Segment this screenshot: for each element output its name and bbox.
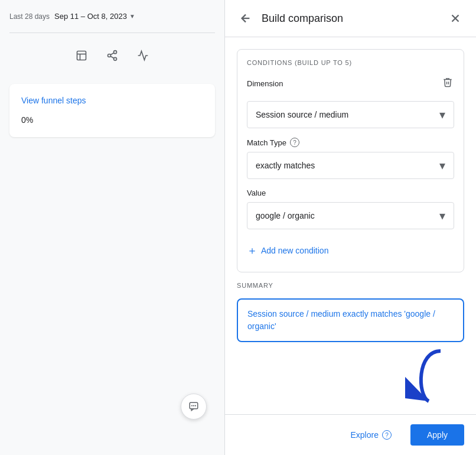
svg-line-7	[110, 53, 114, 54]
summary-section: SUMMARY Session source / medium exactly …	[237, 282, 464, 342]
svg-point-4	[108, 54, 111, 57]
svg-point-5	[114, 57, 117, 60]
summary-label: SUMMARY	[237, 282, 464, 289]
date-bar: Last 28 days Sep 11 – Oct 8, 2023 ▼	[9, 12, 215, 21]
match-type-dropdown[interactable]: exactly matches ▾	[247, 152, 454, 179]
big-arrow-icon	[405, 348, 452, 407]
value-dropdown-arrow-icon: ▾	[439, 209, 445, 223]
match-type-help-icon[interactable]: ?	[290, 138, 299, 147]
view-funnel-link[interactable]: View funnel steps	[21, 96, 203, 105]
dimension-row: Dimension	[247, 76, 454, 92]
value-group: Value google / organic ▾	[247, 188, 454, 229]
match-type-group: Match Type ? exactly matches ▾	[247, 138, 454, 179]
summary-text: Session source / medium exactly matches …	[247, 309, 435, 331]
dropdown-arrow-icon: ▾	[439, 108, 445, 122]
date-label: Last 28 days	[9, 12, 50, 21]
left-panel: Last 28 days Sep 11 – Oct 8, 2023 ▼	[0, 0, 224, 455]
conditions-label: CONDITIONS (BUILD UP TO 5)	[247, 59, 454, 66]
funnel-card: View funnel steps 0%	[9, 84, 215, 137]
panel-footer: Explore ? Apply	[225, 414, 476, 455]
build-comparison-panel: Build comparison CONDITIONS (BUILD UP TO…	[224, 0, 476, 455]
chart-icon-button[interactable]	[71, 45, 92, 66]
match-type-label-row: Match Type ?	[247, 138, 454, 147]
date-range-selector[interactable]: Sep 11 – Oct 8, 2023 ▼	[54, 12, 135, 21]
dimension-dropdown-group: Session source / medium ▾	[247, 101, 454, 128]
percent-value: 0%	[21, 115, 33, 125]
share-icon-button[interactable]	[102, 45, 123, 66]
conditions-section: CONDITIONS (BUILD UP TO 5) Dimension S	[237, 49, 464, 272]
arrow-annotation	[237, 354, 464, 401]
svg-line-6	[110, 56, 114, 58]
toolbar-icons	[9, 45, 215, 66]
insights-icon-button[interactable]	[132, 45, 154, 66]
match-type-dropdown-arrow-icon: ▾	[439, 158, 445, 173]
value-label-row: Value	[247, 188, 454, 197]
add-condition-button[interactable]: ＋ Add new condition	[247, 239, 328, 262]
explore-help-icon: ?	[382, 430, 392, 440]
summary-box: Session source / medium exactly matches …	[237, 298, 464, 342]
svg-point-3	[114, 51, 117, 54]
panel-body: CONDITIONS (BUILD UP TO 5) Dimension S	[225, 37, 476, 414]
value-dropdown[interactable]: google / organic ▾	[247, 202, 454, 229]
match-type-value: exactly matches	[256, 161, 315, 170]
panel-title: Build comparison	[262, 12, 439, 25]
divider	[9, 32, 215, 33]
chevron-down-icon: ▼	[129, 13, 135, 20]
back-button[interactable]	[237, 9, 255, 27]
apply-button[interactable]: Apply	[410, 424, 464, 446]
plus-icon: ＋	[247, 243, 257, 258]
value-text: google / organic	[256, 211, 315, 220]
feedback-button[interactable]	[181, 394, 207, 420]
panel-header: Build comparison	[225, 0, 476, 37]
dimension-field-label: Dimension	[247, 79, 436, 88]
close-button[interactable]	[446, 9, 464, 27]
dimension-value: Session source / medium	[256, 110, 348, 119]
dimension-dropdown[interactable]: Session source / medium ▾	[247, 101, 454, 128]
svg-rect-0	[77, 51, 86, 60]
delete-dimension-button[interactable]	[441, 76, 454, 92]
explore-button[interactable]: Explore ?	[339, 424, 403, 446]
